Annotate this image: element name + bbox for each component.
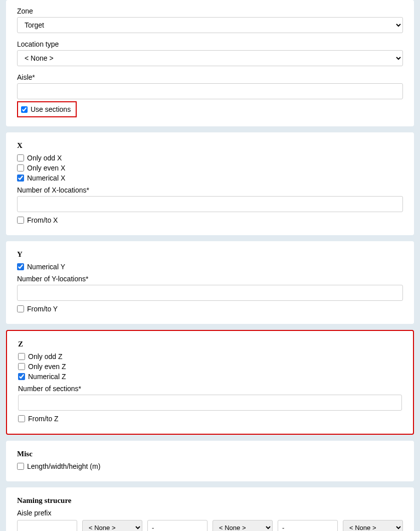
z-number-input[interactable] — [18, 395, 402, 411]
y-numerical-checkbox[interactable] — [17, 263, 24, 270]
x-only-odd-label: Only odd X — [27, 154, 62, 162]
naming-sep1-select[interactable]: < None > — [82, 520, 142, 531]
y-number-input[interactable] — [17, 285, 403, 301]
use-sections-highlight: Use sections — [17, 101, 77, 117]
x-number-input[interactable] — [17, 196, 403, 212]
x-card: X Only odd X Only even X Numerical X Num… — [6, 132, 414, 235]
x-only-odd-checkbox[interactable] — [17, 154, 24, 161]
z-only-odd-checkbox[interactable] — [18, 353, 25, 360]
y-numerical-row: Numerical Y — [17, 263, 403, 271]
use-sections-checkbox[interactable] — [21, 106, 28, 113]
misc-lwh-checkbox[interactable] — [17, 463, 24, 470]
naming-dash2-input[interactable] — [278, 520, 338, 531]
aisle-prefix-input[interactable] — [17, 520, 77, 531]
misc-lwh-row: Length/width/height (m) — [17, 462, 403, 470]
y-from-to-label: From/to Y — [27, 305, 58, 313]
naming-sep2-select[interactable]: < None > — [213, 520, 273, 531]
naming-title: Naming strucure — [17, 496, 403, 505]
aisle-input[interactable] — [17, 83, 403, 99]
z-number-group: Number of sections* — [18, 385, 402, 411]
zone-card: Zone Torget Location type < None > Aisle… — [6, 0, 414, 126]
y-from-to-checkbox[interactable] — [17, 305, 24, 312]
y-from-to-row: From/to Y — [17, 305, 403, 313]
x-from-to-label: From/to X — [27, 216, 58, 224]
misc-card: Misc Length/width/height (m) — [6, 441, 414, 481]
y-card: Y Numerical Y Number of Y-locations* Fro… — [6, 241, 414, 324]
z-from-to-label: From/to Z — [28, 415, 59, 423]
use-sections-label: Use sections — [31, 105, 71, 113]
z-from-to-checkbox[interactable] — [18, 415, 25, 422]
z-title: Z — [18, 340, 402, 348]
x-number-label: Number of X-locations* — [17, 186, 403, 194]
z-numerical-checkbox[interactable] — [18, 373, 25, 380]
zone-select[interactable]: Torget — [17, 17, 403, 33]
aisle-group: Aisle* — [17, 73, 403, 99]
y-numerical-label: Numerical Y — [27, 263, 65, 271]
z-only-odd-row: Only odd Z — [18, 352, 402, 361]
misc-lwh-label: Length/width/height (m) — [27, 462, 100, 470]
zone-group: Zone Torget — [17, 7, 403, 33]
location-type-select[interactable]: < None > — [17, 50, 403, 66]
misc-title: Misc — [17, 450, 403, 458]
z-numerical-label: Numerical Z — [28, 373, 66, 381]
x-title: X — [17, 141, 403, 150]
location-type-label: Location type — [17, 40, 403, 48]
x-from-to-checkbox[interactable] — [17, 217, 24, 224]
x-numerical-row: Numerical X — [17, 174, 403, 182]
naming-sep3-select[interactable]: < None > — [343, 520, 403, 531]
naming-row: < None > < None > < None > — [17, 520, 403, 531]
x-only-even-label: Only even X — [27, 164, 65, 172]
y-number-group: Number of Y-locations* — [17, 275, 403, 301]
x-numerical-checkbox[interactable] — [17, 174, 24, 182]
x-number-group: Number of X-locations* — [17, 186, 403, 212]
location-type-group: Location type < None > — [17, 40, 403, 66]
x-numerical-label: Numerical X — [27, 174, 65, 182]
z-only-odd-label: Only odd Z — [28, 352, 62, 361]
x-from-to-row: From/to X — [17, 216, 403, 224]
naming-dash1-input[interactable] — [147, 520, 207, 531]
y-title: Y — [17, 250, 403, 259]
naming-card: Naming strucure Aisle prefix < None > < … — [6, 487, 414, 531]
z-numerical-row: Numerical Z — [18, 373, 402, 381]
z-only-even-row: Only even Z — [18, 363, 402, 371]
x-only-even-checkbox[interactable] — [17, 164, 24, 171]
x-only-odd-row: Only odd X — [17, 154, 403, 162]
aisle-prefix-label: Aisle prefix — [17, 509, 403, 517]
aisle-label: Aisle* — [17, 73, 403, 81]
zone-label: Zone — [17, 7, 403, 15]
z-from-to-row: From/to Z — [18, 415, 402, 423]
z-only-even-label: Only even Z — [28, 363, 66, 371]
y-number-label: Number of Y-locations* — [17, 275, 403, 283]
x-only-even-row: Only even X — [17, 164, 403, 172]
z-only-even-checkbox[interactable] — [18, 363, 25, 370]
z-number-label: Number of sections* — [18, 385, 402, 393]
z-card: Z Only odd Z Only even Z Numerical Z Num… — [6, 330, 414, 435]
